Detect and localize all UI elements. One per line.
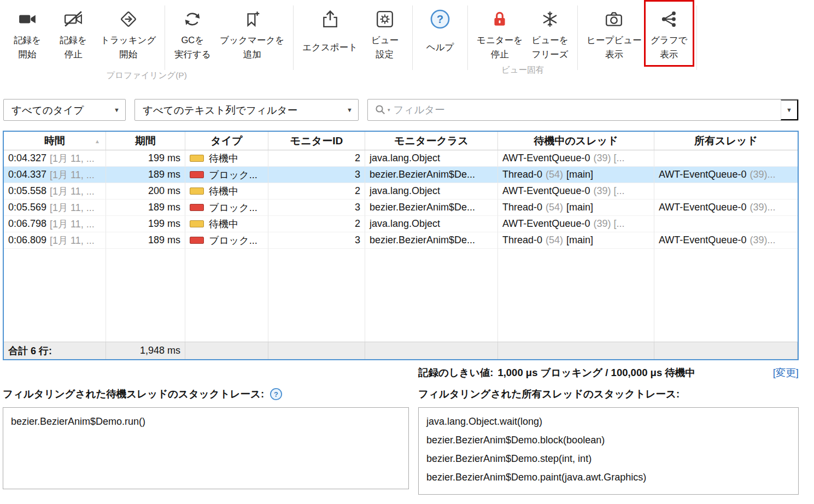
toolbar-divider xyxy=(165,5,165,70)
view-settings-button[interactable]: ビュー 設定 xyxy=(362,2,408,65)
column-header-monitor-class[interactable]: モニタークラス xyxy=(365,132,498,150)
threshold-value: 1,000 μs ブロッキング / 100,000 μs 待機中 xyxy=(497,367,695,378)
tracking-arrow-icon xyxy=(119,7,138,32)
search-icon[interactable]: ▾ xyxy=(368,104,394,116)
column-filter-dropdown[interactable]: すべてのテキスト列でフィルター ▼ xyxy=(134,99,359,121)
column-header-waiting-thread[interactable]: 待機中のスレッド xyxy=(498,132,654,150)
table-footer-row: 合計 6 行: 1,948 ms xyxy=(4,342,798,359)
bookmark-add-icon xyxy=(242,7,262,32)
video-camera-off-icon xyxy=(63,7,83,32)
monitor-history-table: 時間 ▲ 期間 タイプ モニターID モニタークラス 待機中のスレッド 所有スレ… xyxy=(3,131,799,360)
camera-icon xyxy=(604,7,624,32)
heap-view-label: ヒープビュー 表示 xyxy=(587,32,642,63)
toolbar-section-profiling: 記録を 開始 記録を 停止 トラッキング 開始 xyxy=(4,2,289,84)
svg-text:?: ? xyxy=(437,13,443,25)
chevron-down-icon: ▼ xyxy=(114,107,120,113)
filter-bar: すべてのタイプ ▼ すべてのテキスト列でフィルター ▼ ▾ ▼ xyxy=(3,99,799,121)
duration-bar-waiting xyxy=(190,187,204,195)
heap-view-button[interactable]: ヒープビュー 表示 xyxy=(582,2,646,65)
owning-stacktrace-box: java.lang.Object.wait(long) bezier.Bezie… xyxy=(418,407,799,495)
help-button[interactable]: ? ヘルプ xyxy=(417,2,463,65)
table-row[interactable]: 0:05.558[1月 11, ... 200 ms 待機中 2 java.la… xyxy=(4,183,798,200)
total-rows-label: 合計 6 行: xyxy=(4,342,106,359)
stacktrace-line: bezier.BezierAnim$Demo.block(boolean) xyxy=(419,431,798,449)
toolbar-section-monitor-views: ヒープビュー 表示 グラフで 表示 xyxy=(582,2,692,65)
duration-bar-waiting xyxy=(190,155,204,162)
svg-text:?: ? xyxy=(274,390,278,398)
recording-threshold: 記録のしきい値:1,000 μs ブロッキング / 100,000 μs 待機中… xyxy=(418,366,799,379)
table-row-selected[interactable]: 0:04.337[1月 11, ... 189 ms ブロック... 3 bez… xyxy=(4,167,798,183)
stop-recording-button[interactable]: 記録を 停止 xyxy=(50,2,96,65)
column-filter-value: すべてのテキスト列でフィルター xyxy=(143,103,297,117)
monitor-history-view: 記録を 開始 記録を 停止 トラッキング 開始 xyxy=(0,0,814,504)
stop-monitors-button[interactable]: モニターを 停止 xyxy=(472,2,527,65)
toolbar-section-export: エクスポート ビュー 設定 xyxy=(298,2,408,65)
stacktrace-line: bezier.BezierAnim$Demo.run() xyxy=(3,412,408,431)
help-label: ヘルプ xyxy=(426,32,454,63)
table-row[interactable]: 0:04.327[1月 11, ... 199 ms 待機中 2 java.la… xyxy=(4,150,798,167)
start-recording-button[interactable]: 記録を 開始 xyxy=(4,2,50,65)
chevron-down-icon: ▼ xyxy=(347,107,353,113)
run-gc-button[interactable]: GCを 実行する xyxy=(169,2,215,65)
export-button[interactable]: エクスポート xyxy=(298,2,362,65)
owning-stacktrace-label: フィルタリングされた所有スレッドのスタックトレース: xyxy=(418,387,799,401)
view-settings-label: ビュー 設定 xyxy=(371,32,399,63)
search-options-caret-icon: ▾ xyxy=(388,107,390,113)
toolbar-section-help: ? ヘルプ xyxy=(417,2,463,65)
show-graph-button[interactable]: グラフで 表示 xyxy=(646,2,692,65)
toolbar-section-label-view-specific: ビュー固有 xyxy=(501,65,544,78)
stacktrace-line: bezier.BezierAnim$Demo.step(int, int) xyxy=(419,449,798,468)
export-icon xyxy=(320,7,340,32)
type-filter-dropdown[interactable]: すべてのタイプ ▼ xyxy=(3,99,126,121)
duration-bar-blocked xyxy=(190,171,204,178)
waiting-stacktrace-box: bezier.BezierAnim$Demo.run() xyxy=(3,407,409,489)
threshold-label: 記録のしきい値: xyxy=(418,367,493,378)
snowflake-icon xyxy=(540,7,560,32)
toolbar-section-view-specific: モニターを 停止 ビューを フリーズ ビュー固有 xyxy=(472,2,573,78)
column-header-owning-thread[interactable]: 所有スレッド xyxy=(654,132,798,150)
toolbar-section-label-profiling: プロファイリング(P) xyxy=(106,70,187,84)
start-recording-label: 記録を 開始 xyxy=(14,32,41,63)
graph-nodes-icon xyxy=(659,7,679,32)
help-question-icon: ? xyxy=(430,7,450,32)
column-header-time[interactable]: 時間 ▲ xyxy=(4,132,106,150)
column-header-type[interactable]: タイプ xyxy=(185,132,268,150)
change-threshold-link[interactable]: [変更] xyxy=(773,366,799,379)
table-row[interactable]: 0:05.569[1月 11, ... 189 ms ブロック... 3 bez… xyxy=(4,200,798,216)
run-gc-label: GCを 実行する xyxy=(174,32,211,63)
duration-bar-waiting xyxy=(190,220,204,227)
toolbar-divider xyxy=(467,5,468,70)
column-header-monitor-id[interactable]: モニターID xyxy=(268,132,365,150)
toolbar-divider xyxy=(696,5,697,70)
freeze-view-label: ビューを フリーズ xyxy=(532,32,569,63)
table-row[interactable]: 0:06.809[1月 11, ... 189 ms ブロック... 3 bez… xyxy=(4,232,798,249)
toolbar: 記録を 開始 記録を 停止 トラッキング 開始 xyxy=(0,0,814,84)
filter-search-input[interactable] xyxy=(394,99,781,120)
duration-bar-blocked xyxy=(190,237,204,244)
filter-search-field: ▾ ▼ xyxy=(367,99,799,121)
column-header-duration[interactable]: 期間 xyxy=(106,132,185,150)
table-header-row: 時間 ▲ 期間 タイプ モニターID モニタークラス 待機中のスレッド 所有スレ… xyxy=(4,132,798,150)
view-settings-gear-icon xyxy=(375,7,395,32)
waiting-stacktrace-label: フィルタリングされた待機スレッドのスタックトレース: ? xyxy=(3,387,409,401)
table-row[interactable]: 0:06.798[1月 11, ... 199 ms 待機中 2 java.la… xyxy=(4,216,798,232)
start-tracking-label: トラッキング 開始 xyxy=(101,32,156,63)
add-bookmark-button[interactable]: ブックマークを 追加 xyxy=(215,2,289,65)
type-filter-value: すべてのタイプ xyxy=(11,103,84,117)
search-history-dropdown-button[interactable]: ▼ xyxy=(781,99,798,120)
bottom-panel: 記録のしきい値:1,000 μs ブロッキング / 100,000 μs 待機中… xyxy=(3,366,799,495)
add-bookmark-label: ブックマークを 追加 xyxy=(220,32,284,63)
show-graph-label: グラフで 表示 xyxy=(651,32,688,63)
stop-monitors-label: モニターを 停止 xyxy=(477,32,523,63)
start-tracking-button[interactable]: トラッキング 開始 xyxy=(96,2,160,65)
sort-ascending-icon: ▲ xyxy=(95,138,100,144)
toolbar-divider xyxy=(412,5,413,70)
stacktrace-line: java.lang.Object.wait(long) xyxy=(419,412,798,431)
toolbar-divider xyxy=(293,5,294,70)
toolbar-divider xyxy=(577,5,578,70)
table-empty-area xyxy=(4,249,798,342)
freeze-view-button[interactable]: ビューを フリーズ xyxy=(527,2,573,65)
duration-bar-blocked xyxy=(190,204,204,211)
help-question-icon[interactable]: ? xyxy=(270,388,283,401)
red-lock-icon xyxy=(490,7,510,32)
